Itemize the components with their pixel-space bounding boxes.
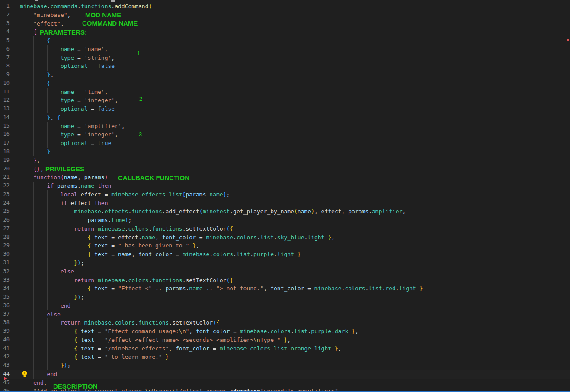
code-text[interactable]: return minebase.colors.functions.setText… (20, 225, 233, 232)
code-action-lightbulb-icon[interactable] (22, 370, 28, 378)
code-text[interactable]: type = 'integer', (20, 131, 118, 138)
code-text[interactable]: else (20, 268, 74, 275)
code-text[interactable]: { text = " to learn more." } (20, 353, 169, 360)
code-line[interactable]: 20{}, (0, 165, 570, 174)
code-line[interactable]: 37else (0, 310, 570, 319)
code-text[interactable]: { text = name, font_color = minebase.col… (20, 251, 301, 257)
code-text[interactable]: return minebase.colors.functions.setText… (20, 319, 220, 326)
code-line[interactable]: 42{ text = " to learn more." } (0, 353, 570, 361)
code-text[interactable]: function(name, params) (20, 174, 108, 180)
line-number[interactable]: 19 (0, 156, 10, 165)
code-line[interactable]: 26params.time); (0, 216, 570, 225)
code-line[interactable]: 15name = 'amplifier', (0, 122, 570, 131)
code-line[interactable]: 22if params.name then (0, 182, 570, 190)
code-text[interactable]: end, (20, 379, 47, 386)
code-text[interactable]: local effect = minebase.effects.list[par… (20, 191, 230, 198)
line-number[interactable]: 39 (0, 327, 10, 336)
code-text[interactable]: return minebase.colors.functions.setText… (20, 277, 233, 283)
line-number[interactable]: 14 (0, 113, 10, 122)
code-text[interactable]: }, (20, 157, 40, 164)
code-text[interactable]: if effect then (20, 200, 108, 206)
code-text[interactable]: { text = "/effect <effect_name> <seconds… (20, 337, 291, 343)
line-number[interactable]: 22 (0, 182, 10, 190)
code-text[interactable]: { (20, 37, 50, 44)
code-text[interactable]: }); (20, 362, 70, 369)
line-number[interactable]: 17 (0, 139, 10, 148)
line-number[interactable]: 21 (0, 173, 10, 182)
code-line[interactable]: 17optional = true (0, 139, 570, 148)
code-text[interactable]: optional = true (20, 140, 111, 146)
code-text[interactable]: {}, (20, 166, 44, 172)
line-number[interactable]: 28 (0, 233, 10, 242)
code-line[interactable]: 9}, (0, 71, 570, 79)
line-number[interactable]: 31 (0, 259, 10, 267)
code-line[interactable]: 30{ text = name, font_color = minebase.c… (0, 250, 570, 259)
code-text[interactable]: type = 'integer', (20, 97, 118, 103)
line-number[interactable]: 15 (0, 122, 10, 131)
code-line[interactable]: 10{ (0, 79, 570, 88)
line-number[interactable]: 9 (0, 71, 10, 79)
code-text[interactable]: { text = "/minebase effects", font_color… (20, 345, 342, 352)
line-number[interactable]: 41 (0, 344, 10, 353)
line-number[interactable]: 34 (0, 284, 10, 293)
code-text[interactable]: }); (20, 294, 84, 300)
code-line[interactable]: 23local effect = minebase.effects.list[p… (0, 190, 570, 199)
code-line[interactable]: 28{ text = effect.name, font_color = min… (0, 233, 570, 242)
overview-ruler[interactable] (564, 0, 570, 392)
code-line[interactable]: 16type = 'integer', (0, 130, 570, 139)
line-number[interactable]: 12 (0, 96, 10, 105)
code-text[interactable]: name = 'name', (20, 46, 108, 52)
code-text[interactable]: name = 'amplifier', (20, 123, 125, 129)
code-text[interactable]: { text = effect.name, font_color = mineb… (20, 234, 335, 241)
editor-code-area[interactable]: 1minebase.commands.functions.addCommand(… (0, 2, 570, 392)
line-number[interactable]: 5 (0, 36, 10, 45)
code-line[interactable]: 33return minebase.colors.functions.setTe… (0, 276, 570, 285)
code-text[interactable]: end (20, 302, 70, 309)
line-number[interactable]: 24 (0, 199, 10, 208)
code-line[interactable]: 7type = 'string', (0, 54, 570, 62)
line-number[interactable]: 18 (0, 148, 10, 156)
line-number[interactable]: 11 (0, 88, 10, 96)
code-text[interactable]: optional = false (20, 63, 115, 69)
line-number[interactable]: 13 (0, 105, 10, 113)
code-text[interactable]: { text = " has been given to " }, (20, 242, 199, 249)
code-line[interactable]: 12type = 'integer', (0, 96, 570, 105)
code-line[interactable]: 27return minebase.colors.functions.setTe… (0, 225, 570, 233)
code-line[interactable]: 24if effect then (0, 199, 570, 208)
line-number[interactable]: 10 (0, 79, 10, 88)
code-line[interactable]: 38return minebase.colors.functions.setTe… (0, 318, 570, 327)
code-text[interactable]: }, { (20, 114, 61, 121)
code-line[interactable]: 19}, (0, 156, 570, 165)
code-line[interactable]: 21function(name, params) (0, 173, 570, 182)
line-number[interactable]: 43 (0, 361, 10, 370)
line-number[interactable]: 26 (0, 216, 10, 225)
code-text[interactable]: name = 'time', (20, 89, 108, 95)
code-text[interactable]: if params.name then (20, 183, 111, 189)
line-number[interactable]: 32 (0, 267, 10, 276)
line-number[interactable]: 23 (0, 190, 10, 199)
code-text[interactable]: { text = "Effect command usage:\n", font… (20, 328, 359, 334)
line-number[interactable]: 6 (0, 45, 10, 54)
code-text[interactable]: }); (20, 260, 84, 266)
code-text[interactable]: type = 'string', (20, 55, 115, 61)
line-number[interactable]: 37 (0, 310, 10, 319)
code-line[interactable]: 8optional = false (0, 62, 570, 71)
code-line[interactable]: 39{ text = "Effect command usage:\n", fo… (0, 327, 570, 336)
line-number[interactable]: 7 (0, 54, 10, 62)
line-number[interactable]: 33 (0, 276, 10, 285)
code-text[interactable]: { text = "Effect <" .. params.name .. ">… (20, 285, 423, 292)
code-line[interactable]: 5{ (0, 36, 570, 45)
line-number[interactable]: 35 (0, 293, 10, 302)
code-line[interactable]: 1minebase.commands.functions.addCommand( (0, 2, 570, 11)
code-line[interactable]: 41{ text = "/minebase effects", font_col… (0, 344, 570, 353)
code-text[interactable]: params.time); (20, 217, 131, 223)
code-text[interactable]: minebase.commands.functions.addCommand( (20, 3, 152, 10)
code-text[interactable]: }, (20, 71, 54, 78)
code-line[interactable]: 34{ text = "Effect <" .. params.name .. … (0, 284, 570, 293)
code-line[interactable]: 32else (0, 267, 570, 276)
line-number[interactable]: 3 (0, 19, 10, 28)
code-line[interactable]: 29{ text = " has been given to " }, (0, 241, 570, 250)
code-line[interactable]: 14}, { (0, 113, 570, 122)
code-text[interactable]: "effect", (20, 20, 64, 27)
code-text[interactable]: optional = false (20, 106, 115, 112)
